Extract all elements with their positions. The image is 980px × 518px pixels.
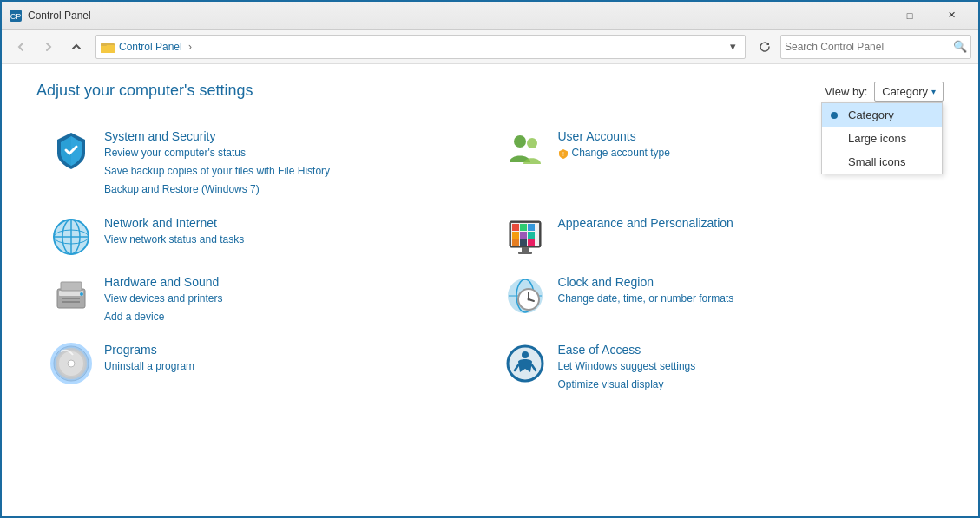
svg-point-44 — [68, 360, 75, 367]
option-label: Large icons — [848, 132, 906, 145]
svg-rect-30 — [62, 298, 80, 299]
breadcrumb: Control Panel › — [119, 41, 724, 53]
option-label: Category — [848, 108, 894, 121]
option-label: Small icons — [848, 155, 905, 168]
programs-title[interactable]: Programs — [104, 343, 194, 357]
close-button[interactable]: ✕ — [931, 3, 971, 29]
view-by-dropdown[interactable]: Category ▾ Category Large icons Small ic… — [874, 82, 944, 102]
breadcrumb-separator: › — [188, 41, 192, 53]
view-by-current: Category — [882, 85, 928, 98]
selected-indicator — [831, 112, 838, 119]
svg-rect-27 — [518, 252, 532, 254]
category-programs: Programs Uninstall a program — [36, 334, 490, 402]
svg-rect-26 — [522, 247, 529, 252]
hardware-icon — [50, 275, 92, 317]
svg-rect-18 — [520, 224, 527, 231]
user-accounts-icon — [504, 129, 546, 171]
refresh-button[interactable] — [753, 35, 777, 59]
svg-rect-31 — [62, 301, 80, 303]
svg-rect-4 — [101, 43, 107, 46]
network-link-0[interactable]: View network status and tasks — [104, 232, 244, 248]
svg-rect-32 — [61, 282, 82, 291]
ease-of-access-link-0[interactable]: Let Windows suggest settings — [558, 358, 696, 375]
view-by-menu: Category Large icons Small icons — [821, 102, 943, 174]
categories-grid: System and Security Review your computer… — [36, 121, 944, 402]
up-button[interactable] — [64, 35, 89, 59]
clock-title[interactable]: Clock and Region — [558, 275, 734, 289]
view-by-option-small-icons[interactable]: Small icons — [822, 150, 942, 174]
view-by-control: View by: Category ▾ Category Large icons… — [825, 82, 944, 102]
view-by-label: View by: — [825, 85, 867, 98]
navigation-bar: Control Panel › ▾ 🔍 — [2, 30, 978, 64]
system-security-title[interactable]: System and Security — [104, 129, 330, 143]
ease-of-access-link-1[interactable]: Optimize visual display — [558, 377, 696, 393]
clock-icon — [504, 275, 546, 317]
svg-rect-29 — [59, 291, 83, 296]
programs-text: Programs Uninstall a program — [104, 343, 194, 375]
search-bar[interactable]: 🔍 — [780, 35, 971, 59]
svg-rect-21 — [520, 232, 527, 239]
category-network-internet: Network and Internet View network status… — [36, 207, 490, 266]
appearance-text: Appearance and Personalization — [558, 216, 733, 230]
svg-text:CP: CP — [10, 12, 22, 21]
svg-rect-24 — [520, 239, 527, 246]
window-controls: ─ □ ✕ — [848, 3, 971, 29]
back-button — [9, 35, 33, 59]
page-title: Adjust your computer's settings — [36, 82, 944, 100]
hardware-title[interactable]: Hardware and Sound — [104, 275, 223, 289]
hardware-link-0[interactable]: View devices and printers — [104, 291, 223, 307]
svg-rect-22 — [528, 232, 535, 239]
appearance-icon — [504, 216, 546, 258]
category-system-security: System and Security Review your computer… — [36, 121, 490, 207]
svg-text:!: ! — [562, 151, 564, 157]
network-title[interactable]: Network and Internet — [104, 216, 244, 230]
user-accounts-link-0[interactable]: Change account type — [572, 145, 670, 161]
title-bar: CP Control Panel ─ □ ✕ — [2, 2, 978, 30]
network-text: Network and Internet View network status… — [104, 216, 244, 248]
system-security-link-0[interactable]: Review your computer's status — [104, 145, 330, 161]
svg-rect-20 — [512, 232, 519, 239]
forward-button — [36, 35, 61, 59]
main-content: Adjust your computer's settings View by:… — [2, 64, 978, 518]
svg-rect-17 — [512, 224, 519, 231]
programs-link-0[interactable]: Uninstall a program — [104, 358, 194, 375]
minimize-button[interactable]: ─ — [848, 3, 888, 29]
address-dropdown-button[interactable]: ▾ — [724, 36, 741, 58]
appearance-title[interactable]: Appearance and Personalization — [558, 216, 733, 230]
maximize-button[interactable]: □ — [890, 3, 930, 29]
app-icon: CP — [9, 9, 23, 23]
category-hardware-sound: Hardware and Sound View devices and prin… — [36, 266, 490, 334]
ease-of-access-text: Ease of Access Let Windows suggest setti… — [558, 343, 696, 393]
user-accounts-title[interactable]: User Accounts — [558, 129, 670, 143]
ease-of-access-title[interactable]: Ease of Access — [558, 343, 696, 357]
svg-point-47 — [522, 351, 529, 358]
network-icon — [50, 216, 92, 258]
category-appearance: Appearance and Personalization — [490, 207, 944, 266]
address-folder-icon — [100, 39, 115, 55]
system-security-link-2[interactable]: Backup and Restore (Windows 7) — [104, 181, 330, 198]
clock-text: Clock and Region Change date, time, or n… — [558, 275, 734, 307]
view-by-option-large-icons[interactable]: Large icons — [822, 127, 942, 150]
user-accounts-text: User Accounts ! Change account type — [558, 129, 670, 161]
breadcrumb-item[interactable]: Control Panel — [119, 41, 182, 53]
category-ease-of-access: Ease of Access Let Windows suggest setti… — [490, 334, 944, 402]
address-bar[interactable]: Control Panel › ▾ — [95, 35, 746, 59]
system-security-text: System and Security Review your computer… — [104, 129, 330, 199]
hardware-text: Hardware and Sound View devices and prin… — [104, 275, 223, 325]
svg-point-6 — [527, 138, 537, 148]
svg-rect-19 — [528, 224, 535, 231]
system-security-icon — [50, 129, 92, 171]
search-icon[interactable]: 🔍 — [953, 40, 967, 53]
window-title: Control Panel — [28, 10, 848, 22]
programs-icon — [50, 343, 92, 384]
svg-point-33 — [80, 292, 83, 296]
view-by-option-category[interactable]: Category — [822, 103, 942, 127]
svg-rect-3 — [101, 45, 115, 53]
system-security-link-1[interactable]: Save backup copies of your files with Fi… — [104, 163, 330, 180]
hardware-link-1[interactable]: Add a device — [104, 309, 223, 325]
clock-link-0[interactable]: Change date, time, or number formats — [558, 291, 734, 307]
ease-of-access-icon — [504, 343, 546, 384]
dropdown-arrow-icon: ▾ — [931, 87, 936, 96]
search-input[interactable] — [785, 41, 953, 53]
svg-rect-25 — [528, 239, 535, 246]
